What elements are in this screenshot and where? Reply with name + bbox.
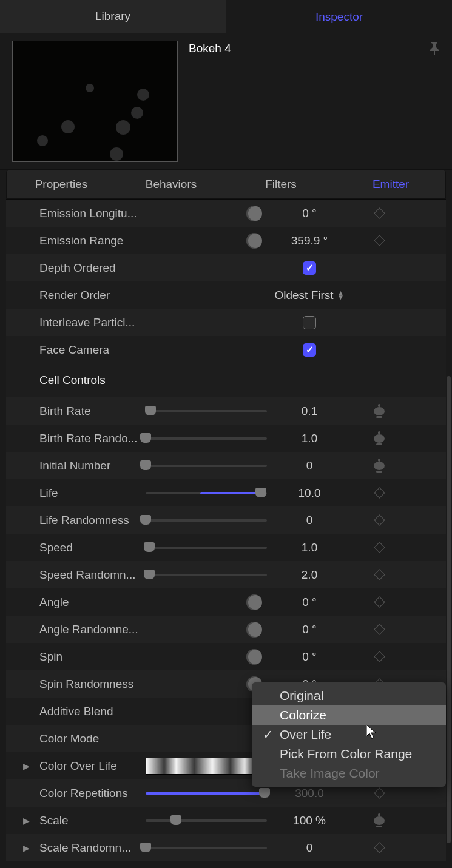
label-birth-rate-random: Birth Rate Rando...	[39, 432, 146, 445]
label-additive-blend: Additive Blend	[39, 705, 146, 718]
value-scale[interactable]: 100 %	[267, 814, 352, 827]
tab-emitter[interactable]: Emitter	[336, 170, 445, 198]
label-interleave: Interleave Particl...	[39, 316, 146, 329]
keyframe-icon[interactable]	[374, 842, 385, 853]
label-depth-ordered: Depth Ordered	[39, 261, 146, 275]
value-emission-longitude[interactable]: 0 °	[267, 207, 352, 220]
value-life-random[interactable]: 0	[267, 514, 352, 527]
slider-scale[interactable]	[146, 819, 267, 822]
gradient-color-over-life[interactable]	[146, 758, 267, 775]
label-color-mode: Color Mode	[39, 732, 146, 745]
joystick-icon[interactable]	[374, 434, 385, 443]
value-speed-random[interactable]: 2.0	[267, 568, 352, 582]
value-birth-rate[interactable]: 0.1	[267, 405, 352, 418]
label-render-order: Render Order	[39, 289, 146, 302]
value-angle-random[interactable]: 0 °	[267, 623, 352, 636]
tab-filters[interactable]: Filters	[226, 170, 336, 198]
slider-birth-rate[interactable]	[146, 410, 267, 412]
keyframe-icon[interactable]	[374, 787, 385, 798]
row-life: Life 10.0	[6, 479, 446, 506]
menu-item-over-life[interactable]: ✓Over Life	[252, 725, 446, 744]
label-color-repetitions: Color Repetitions	[39, 787, 146, 800]
label-birth-rate: Birth Rate	[39, 405, 146, 418]
keyframe-icon[interactable]	[374, 487, 385, 498]
scrollbar[interactable]	[447, 376, 451, 843]
value-scale-random[interactable]: 0	[267, 841, 352, 855]
tab-properties[interactable]: Properties	[7, 170, 116, 198]
row-spin: Spin 0 °	[6, 643, 446, 670]
preview-thumbnail[interactable]	[12, 41, 178, 162]
slider-birth-rate-random[interactable]	[146, 437, 267, 440]
keyframe-icon[interactable]	[374, 651, 385, 662]
value-spin[interactable]: 0 °	[267, 650, 352, 664]
label-angle-random: Angle Randomne...	[39, 623, 146, 636]
color-mode-popup: Original Colorize ✓Over Life Pick From C…	[252, 682, 446, 787]
label-spin: Spin	[39, 650, 146, 664]
value-life[interactable]: 10.0	[267, 486, 352, 500]
row-life-random: Life Randomness 0	[6, 506, 446, 534]
menu-item-take-image: Take Image Color	[252, 764, 446, 783]
keyframe-icon[interactable]	[374, 207, 385, 218]
slider-life-random[interactable]	[146, 519, 267, 522]
keyframe-icon[interactable]	[374, 514, 385, 525]
row-initial-number: Initial Number 0	[6, 452, 446, 479]
keyframe-icon[interactable]	[374, 235, 385, 246]
disclosure-icon[interactable]: ▶	[23, 843, 30, 853]
label-scale: Scale	[39, 814, 146, 827]
disclosure-icon[interactable]: ▶	[23, 761, 30, 771]
value-emission-range[interactable]: 359.9 °	[267, 234, 352, 247]
checkbox-face-camera[interactable]	[303, 343, 316, 357]
keyframe-icon[interactable]	[374, 569, 385, 580]
slider-speed-random[interactable]	[146, 574, 267, 576]
dial-spin[interactable]	[246, 649, 262, 665]
keyframe-icon[interactable]	[374, 624, 385, 634]
dial-emission-range[interactable]	[246, 233, 262, 249]
keyframe-icon[interactable]	[374, 596, 385, 607]
value-birth-rate-random[interactable]: 1.0	[267, 432, 352, 445]
tab-library[interactable]: Library	[0, 0, 226, 33]
section-cell-controls: Cell Controls	[6, 363, 446, 397]
row-render-order: Render Order Oldest First ▲▼	[6, 281, 446, 309]
label-speed: Speed	[39, 541, 146, 554]
tab-inspector[interactable]: Inspector	[226, 0, 452, 33]
row-emission-range: Emission Range 359.9 °	[6, 227, 446, 254]
keyframe-icon[interactable]	[374, 542, 385, 553]
menu-item-colorize[interactable]: Colorize	[252, 705, 446, 725]
label-emission-longitude: Emission Longitu...	[39, 207, 146, 220]
updown-icon: ▲▼	[337, 291, 345, 300]
slider-life[interactable]	[146, 492, 267, 494]
slider-speed[interactable]	[146, 547, 267, 549]
checkbox-depth-ordered[interactable]	[303, 261, 316, 275]
slider-initial-number[interactable]	[146, 465, 267, 467]
label-angle: Angle	[39, 596, 146, 609]
checkbox-interleave[interactable]	[303, 316, 316, 329]
row-speed: Speed 1.0	[6, 534, 446, 561]
dial-emission-longitude[interactable]	[246, 206, 262, 221]
row-speed-random: Speed Randomn... 2.0	[6, 561, 446, 588]
inspector-header: Bokeh 4	[0, 33, 452, 170]
menu-item-pick-range[interactable]: Pick From Color Range	[252, 744, 446, 764]
joystick-icon[interactable]	[374, 816, 385, 825]
top-tabs: Library Inspector	[0, 0, 452, 33]
pin-icon[interactable]	[429, 42, 440, 58]
dial-angle[interactable]	[246, 594, 262, 610]
menu-item-original[interactable]: Original	[252, 686, 446, 705]
select-render-order[interactable]: Oldest First ▲▼	[267, 289, 352, 302]
row-birth-rate: Birth Rate 0.1	[6, 397, 446, 425]
dial-angle-random[interactable]	[246, 622, 262, 638]
tab-behaviors[interactable]: Behaviors	[116, 170, 226, 198]
label-emission-range: Emission Range	[39, 234, 146, 247]
value-angle[interactable]: 0 °	[267, 596, 352, 609]
disclosure-icon[interactable]: ▶	[23, 816, 30, 826]
row-angle-random: Angle Randomne... 0 °	[6, 616, 446, 643]
checkmark-icon: ✓	[263, 727, 274, 742]
joystick-icon[interactable]	[374, 407, 385, 415]
value-speed[interactable]: 1.0	[267, 541, 352, 554]
slider-scale-random[interactable]	[146, 847, 267, 849]
row-scale: ▶ Scale 100 %	[6, 807, 446, 834]
label-scale-random: Scale Randomn...	[39, 841, 146, 855]
value-color-repetitions[interactable]: 300.0	[267, 787, 352, 800]
slider-color-repetitions[interactable]	[146, 792, 267, 795]
value-initial-number[interactable]: 0	[267, 459, 352, 473]
joystick-icon[interactable]	[374, 462, 385, 470]
